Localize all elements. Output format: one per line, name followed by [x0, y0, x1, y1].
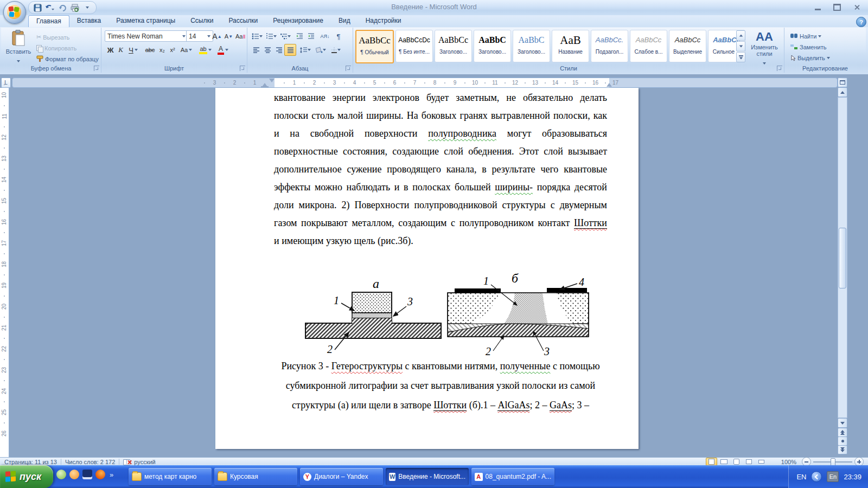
clear-formatting-button[interactable]: Aa	[235, 30, 246, 42]
paste-button[interactable]: Вставить	[4, 30, 33, 63]
sort-button[interactable]: АЯ↓	[317, 30, 333, 42]
bold-button[interactable]: Ж	[105, 44, 116, 56]
media-app-icon[interactable]	[82, 470, 92, 479]
toggle-ruler-button[interactable]	[838, 78, 847, 87]
style-tile-title[interactable]: AaBНазвание	[552, 30, 589, 62]
style-tile-heading3[interactable]: AaBbCЗаголово...	[513, 30, 550, 62]
next-page-button[interactable]	[838, 445, 847, 454]
scroll-down-button[interactable]	[838, 418, 847, 428]
ribbon-tab[interactable]: Рассылки	[221, 15, 265, 27]
tray-language-text[interactable]: EN	[796, 473, 806, 481]
ribbon-tab[interactable]: Ссылки	[183, 15, 221, 27]
icq-icon[interactable]	[56, 470, 66, 479]
subscript-button[interactable]: x₂	[157, 44, 168, 56]
paragraph-dialog-launcher[interactable]	[346, 66, 351, 71]
italic-button[interactable]: К	[116, 44, 126, 56]
find-button[interactable]: Найти	[789, 31, 823, 41]
styles-scroll-up-button[interactable]	[736, 30, 745, 41]
clipboard-dialog-launcher[interactable]	[94, 66, 99, 71]
justify-button[interactable]	[284, 44, 296, 56]
style-tile-normal[interactable]: AaBbCc¶ Обычный	[355, 30, 394, 63]
highlight-button[interactable]: ab	[196, 44, 214, 56]
cut-button[interactable]: ✂ Вырезать	[35, 32, 71, 42]
scroll-up-button[interactable]	[838, 87, 847, 97]
office-button[interactable]	[3, 1, 26, 24]
scrollbar-track[interactable]	[838, 97, 847, 418]
fullscreen-reading-view-button[interactable]	[718, 458, 730, 466]
styles-dialog-launcher[interactable]	[777, 66, 782, 71]
ribbon-tab[interactable]: Вид	[331, 15, 358, 27]
start-button[interactable]: пуск	[0, 465, 53, 488]
multilevel-list-button[interactable]	[278, 30, 292, 42]
document-page[interactable]: квантование энергии электронов будет зам…	[215, 88, 639, 449]
ribbon-tab[interactable]: Рецензирование	[265, 15, 331, 27]
language-indicator[interactable]: русский	[134, 459, 155, 465]
bullets-button[interactable]	[250, 30, 264, 42]
ribbon-tab[interactable]: Главная	[28, 15, 69, 27]
print-layout-view-button[interactable]	[706, 458, 717, 466]
font-size-select[interactable]: 14	[186, 30, 213, 42]
change-case-button[interactable]: Aa	[178, 44, 194, 56]
shading-button[interactable]	[313, 44, 328, 56]
numbering-button[interactable]	[264, 30, 278, 42]
minimize-button[interactable]	[810, 3, 825, 12]
style-tile-emphasis[interactable]: AaBbCcВыделение	[669, 30, 706, 62]
first-line-indent-marker[interactable]	[269, 79, 275, 82]
firefox-icon[interactable]	[95, 470, 105, 479]
styles-more-button[interactable]	[736, 52, 745, 62]
right-indent-marker[interactable]	[607, 83, 612, 87]
font-color-button[interactable]: А	[214, 44, 232, 56]
superscript-button[interactable]: x²	[167, 44, 178, 56]
align-right-button[interactable]	[273, 44, 285, 56]
font-dialog-launcher[interactable]	[240, 66, 245, 71]
show-marks-button[interactable]: ¶	[333, 30, 344, 42]
draft-view-button[interactable]	[756, 458, 767, 466]
language-bar-icon[interactable]	[811, 471, 822, 482]
page-indicator[interactable]: Страница: 11 из 13	[4, 459, 57, 465]
copy-button[interactable]: Копировать	[35, 43, 78, 53]
web-layout-view-button[interactable]	[731, 458, 742, 466]
previous-page-button[interactable]	[838, 428, 847, 437]
styles-scroll-down-button[interactable]	[736, 41, 745, 52]
change-styles-button[interactable]: АA Изменить стили	[747, 30, 782, 67]
strikethrough-button[interactable]: abc	[143, 44, 157, 56]
zoom-slider[interactable]	[813, 458, 852, 466]
close-button[interactable]	[850, 3, 864, 12]
taskbar-item-folder1[interactable]: метод карт карно	[129, 468, 212, 485]
taskbar-item-yandex[interactable]: Y Диалоги – Yandex	[300, 468, 383, 485]
ribbon-tab[interactable]: Надстройки	[358, 15, 409, 27]
ribbon-tab[interactable]: Вставка	[69, 15, 109, 27]
shrink-font-button[interactable]: А▼	[223, 30, 234, 42]
select-button[interactable]: Выделить	[789, 53, 832, 63]
scrollbar-thumb[interactable]	[839, 228, 846, 288]
quick-launch-more-chevron[interactable]: »	[110, 471, 113, 479]
help-button[interactable]: ?	[856, 17, 866, 27]
grow-font-button[interactable]: А▲	[211, 30, 223, 42]
increase-indent-button[interactable]	[305, 30, 317, 42]
taskbar-item-word[interactable]: W Введение - Microsoft...	[386, 468, 469, 485]
outline-view-button[interactable]	[743, 458, 755, 466]
borders-button[interactable]	[328, 44, 343, 56]
style-tile-subtitle[interactable]: AaBbCc.Подзагол...	[591, 30, 628, 62]
decrease-indent-button[interactable]	[293, 30, 305, 42]
underline-button[interactable]: Ч	[125, 44, 141, 56]
zoom-level[interactable]: 100%	[781, 459, 796, 465]
vertical-scrollbar[interactable]	[838, 78, 846, 454]
format-painter-button[interactable]: Формат по образцу	[35, 54, 100, 64]
taskbar-item-folder2[interactable]: Курсовая	[214, 468, 297, 485]
style-tile-subtle-emphasis[interactable]: AaBbCcСлабое в...	[630, 30, 667, 62]
line-spacing-button[interactable]	[298, 44, 313, 56]
align-center-button[interactable]	[261, 44, 273, 56]
font-name-select[interactable]: Times New Roman	[105, 30, 188, 42]
word-count[interactable]: Число слов: 2 172	[65, 459, 115, 465]
align-left-button[interactable]	[250, 44, 262, 56]
proofing-icon[interactable]	[123, 459, 132, 465]
ribbon-tab[interactable]: Разметка страницы	[108, 15, 183, 27]
style-tile-heading1[interactable]: AaBbCcЗаголово...	[435, 30, 472, 62]
style-tile-no-spacing[interactable]: AaBbCcDc¶ Без инте...	[395, 30, 433, 62]
language-indicator-box[interactable]: En	[827, 471, 839, 482]
restore-button[interactable]	[830, 3, 844, 12]
taskbar-item-pdf[interactable]: A 08_quantum2.pdf - A...	[471, 468, 554, 485]
style-tile-heading2[interactable]: AaBbCЗаголово...	[474, 30, 511, 62]
app-icon[interactable]	[69, 470, 79, 479]
